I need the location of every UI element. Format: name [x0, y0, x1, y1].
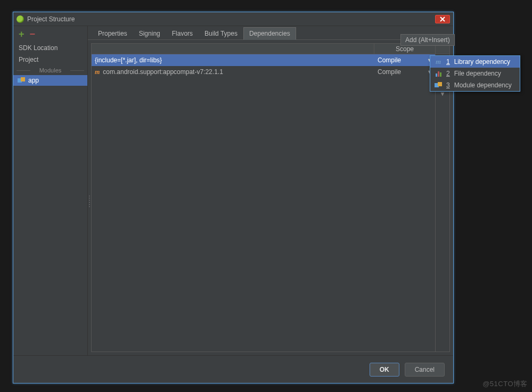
tab-dependencies[interactable]: Dependencies — [243, 27, 296, 40]
close-button[interactable] — [435, 15, 450, 23]
titlebar[interactable]: Project Structure — [13, 12, 453, 26]
tabs: Properties Signing Flavors Build Types D… — [88, 26, 453, 40]
dependency-tools: + − ▲ ▼ — [436, 54, 449, 352]
ok-button[interactable]: OK — [370, 363, 399, 377]
sidebar-item-sdk-location[interactable]: SDK Location — [13, 42, 87, 54]
popup-item-file-dependency[interactable]: 2 File dependency — [430, 68, 520, 79]
add-tooltip: Add (Alt+Insert) — [400, 34, 455, 46]
popup-shortcut: 3 — [446, 81, 450, 89]
maven-icon: m — [95, 68, 100, 76]
dialog-footer: OK Cancel — [13, 355, 453, 383]
android-studio-icon — [17, 15, 24, 23]
col-name-header — [92, 44, 374, 54]
window-title: Project Structure — [27, 15, 75, 23]
file-bars-icon — [435, 70, 442, 77]
dependency-list: {include=[*.jar], dir=libs} Compile▼ mco… — [92, 54, 436, 352]
tab-signing[interactable]: Signing — [133, 27, 166, 39]
left-pane: + − SDK Location Project Modules app — [13, 26, 88, 355]
popup-shortcut: 1 — [446, 58, 450, 66]
cancel-button[interactable]: Cancel — [405, 363, 445, 377]
dependency-row[interactable]: mcom.android.support:appcompat-v7:22.1.1… — [92, 66, 435, 78]
dependency-name: com.android.support:appcompat-v7:22.1.1 — [103, 68, 223, 76]
dependency-scope[interactable]: Compile — [378, 68, 401, 76]
svg-rect-3 — [438, 82, 442, 86]
dependency-area: Scope {include=[*.jar], dir=libs} Compil… — [91, 43, 450, 352]
tab-flavors[interactable]: Flavors — [166, 27, 199, 39]
popup-label: File dependency — [454, 70, 501, 77]
module-item-app[interactable]: app — [13, 75, 87, 86]
popup-item-module-dependency[interactable]: 3 Module dependency — [430, 79, 520, 91]
popup-shortcut: 2 — [446, 70, 450, 77]
module-icon — [435, 82, 442, 88]
module-toolstrip: + − — [13, 26, 87, 42]
watermark: @51CTO博客 — [482, 379, 528, 389]
splitter-grip[interactable] — [88, 193, 91, 209]
svg-rect-1 — [21, 77, 25, 81]
remove-module-button[interactable]: − — [30, 29, 36, 39]
popup-label: Library dependency — [454, 58, 510, 66]
sidebar-item-project[interactable]: Project — [13, 54, 87, 66]
popup-label: Module dependency — [454, 81, 512, 89]
add-module-button[interactable]: + — [19, 29, 24, 39]
module-icon — [18, 77, 25, 84]
module-label: app — [28, 77, 39, 84]
tab-build-types[interactable]: Build Types — [199, 27, 243, 39]
project-structure-dialog: Project Structure + − SDK Location Proje… — [13, 12, 454, 383]
right-pane: Properties Signing Flavors Build Types D… — [88, 26, 453, 355]
tab-properties[interactable]: Properties — [92, 27, 133, 39]
modules-divider: Modules — [13, 66, 87, 75]
add-dependency-popup: m 1 Library dependency 2 File dependency… — [430, 55, 520, 92]
maven-icon: m — [435, 59, 442, 65]
dependency-name: {include=[*.jar], dir=libs} — [95, 56, 162, 64]
dependency-scope[interactable]: Compile — [378, 56, 401, 64]
popup-item-library-dependency[interactable]: m 1 Library dependency — [430, 56, 520, 68]
dependency-row[interactable]: {include=[*.jar], dir=libs} Compile▼ — [92, 54, 435, 66]
